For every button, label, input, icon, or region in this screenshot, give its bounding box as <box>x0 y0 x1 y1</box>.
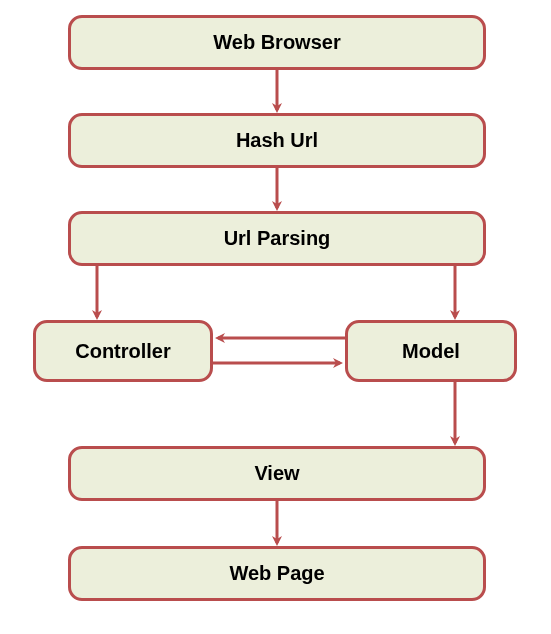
node-label: View <box>254 462 299 485</box>
arrows-layer <box>0 0 551 634</box>
node-label: Web Browser <box>213 31 340 54</box>
node-view: View <box>68 446 486 501</box>
node-controller: Controller <box>33 320 213 382</box>
node-url-parsing: Url Parsing <box>68 211 486 266</box>
node-web-browser: Web Browser <box>68 15 486 70</box>
flow-diagram: Web Browser Hash Url Url Parsing Control… <box>0 0 551 634</box>
node-label: Model <box>402 340 460 363</box>
node-web-page: Web Page <box>68 546 486 601</box>
node-hash-url: Hash Url <box>68 113 486 168</box>
node-label: Web Page <box>229 562 324 585</box>
node-label: Controller <box>75 340 171 363</box>
node-model: Model <box>345 320 517 382</box>
node-label: Url Parsing <box>224 227 331 250</box>
node-label: Hash Url <box>236 129 318 152</box>
